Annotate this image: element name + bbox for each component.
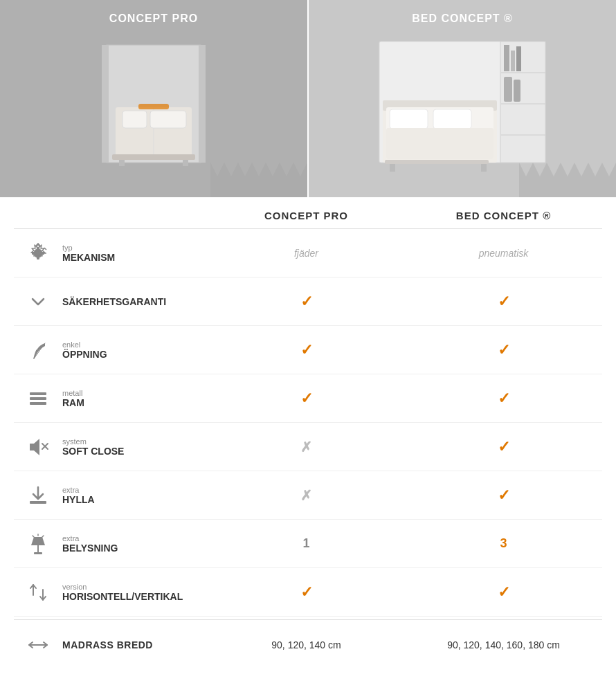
svg-rect-17 — [511, 51, 515, 71]
hero-right-label: BED CONCEPT ® — [412, 12, 513, 25]
text-cell-typ: TYP mekanism — [62, 244, 208, 263]
svg-rect-40 — [30, 392, 46, 395]
icon-cell-horisontell — [14, 580, 62, 605]
bed-concept-header: BED CONCEPT ® — [405, 210, 602, 221]
arrows-updown-icon — [26, 580, 51, 605]
text-cell-softclose: system SOFT CLOSE — [62, 437, 208, 457]
label-top-typ: TYP — [62, 244, 208, 252]
hero-right: BED CONCEPT ® — [307, 0, 616, 197]
val-left-enkel: ✓ — [208, 341, 405, 359]
row-sakerhets: Säkerhetsgaranti ✓ ✓ — [14, 277, 602, 326]
download-icon — [26, 483, 51, 508]
svg-rect-19 — [504, 77, 512, 102]
icon-cell-enkel — [14, 338, 62, 363]
svg-rect-9 — [112, 154, 195, 160]
svg-rect-48 — [34, 552, 42, 554]
column-headers: CONCEPT PRO BED CONCEPT ® — [14, 197, 602, 229]
madrass-val-left: 90, 120, 140 cm — [208, 639, 405, 650]
icon-cell-sakerhets — [14, 289, 62, 314]
label-top-horisontell: version — [62, 583, 208, 591]
svg-rect-42 — [30, 402, 46, 405]
label-top-ram: metall — [62, 389, 208, 397]
gear-icon — [26, 241, 51, 266]
svg-rect-47 — [37, 545, 39, 552]
svg-rect-36 — [37, 247, 39, 251]
row-ram: metall RAM ✓ ✓ — [14, 374, 602, 423]
svg-rect-41 — [30, 397, 46, 400]
icon-cell-belysning — [14, 531, 62, 556]
svg-rect-2 — [199, 45, 206, 163]
svg-point-35 — [37, 251, 40, 255]
row-hylla: extra Hylla ✗ ✓ — [14, 471, 602, 520]
hero-left-label: CONCEPT PRO — [109, 12, 198, 25]
zigzag-right — [519, 163, 616, 197]
svg-rect-39 — [41, 252, 44, 255]
svg-rect-10 — [138, 104, 169, 109]
lamp-icon — [26, 531, 51, 556]
svg-rect-29 — [385, 160, 489, 164]
madrass-label: MADRASS BREDD — [62, 639, 208, 650]
val-left-belysning: 1 — [208, 536, 405, 551]
row-belysning: extra BELYSNING 1 3 — [14, 520, 602, 568]
svg-rect-26 — [386, 128, 493, 159]
val-right-enkel: ✓ — [405, 341, 602, 359]
val-right-hylla: ✓ — [405, 486, 602, 504]
icon-cell-madrass — [14, 632, 62, 657]
label-main-horisontell: HORISONTELL/VERTIKAL — [62, 591, 208, 602]
concept-pro-header: CONCEPT PRO — [208, 210, 405, 221]
label-top-softclose: system — [62, 437, 208, 446]
label-top-belysning: extra — [62, 534, 208, 543]
text-cell-belysning: extra BELYSNING — [62, 534, 208, 554]
row-typ: TYP mekanism fjäder pneumatisk — [14, 229, 602, 277]
val-right-belysning: 3 — [405, 536, 602, 551]
zigzag-left — [210, 163, 307, 197]
val-left-softclose: ✗ — [208, 439, 405, 455]
comparison-table: CONCEPT PRO BED CONCEPT ® — [0, 197, 616, 670]
icon-cell-softclose — [14, 435, 62, 459]
icon-cell-hylla — [14, 483, 62, 508]
chevron-down-icon — [26, 289, 51, 314]
label-main-belysning: BELYSNING — [62, 543, 208, 554]
speaker-x-icon — [26, 435, 51, 459]
svg-line-50 — [33, 536, 34, 537]
hero-section: CONCEPT PRO B — [0, 0, 616, 197]
svg-rect-18 — [516, 46, 521, 71]
val-right-softclose: ✓ — [405, 438, 602, 456]
svg-rect-25 — [433, 109, 471, 129]
svg-rect-38 — [32, 252, 35, 255]
label-main-softclose: SOFT CLOSE — [62, 446, 208, 457]
feather-icon — [26, 338, 51, 363]
row-softclose: system SOFT CLOSE ✗ ✓ — [14, 423, 602, 471]
svg-rect-16 — [504, 45, 509, 71]
val-left-horisontell: ✓ — [208, 583, 405, 601]
val-right-sakerhets: ✓ — [405, 293, 602, 311]
label-main-enkel: öppning — [62, 349, 208, 360]
text-cell-horisontell: version HORISONTELL/VERTIKAL — [62, 583, 208, 602]
val-left-typ: fjäder — [208, 248, 405, 259]
label-main-ram: RAM — [62, 397, 208, 408]
icon-cell-typ — [14, 241, 62, 266]
label-top-enkel: ENKEL — [62, 340, 208, 349]
icon-cell-ram — [14, 386, 62, 411]
val-left-ram: ✓ — [208, 390, 405, 408]
svg-rect-37 — [37, 256, 39, 260]
svg-rect-24 — [390, 109, 428, 129]
svg-rect-20 — [514, 80, 520, 102]
text-cell-hylla: extra Hylla — [62, 486, 208, 505]
text-cell-ram: metall RAM — [62, 389, 208, 408]
svg-rect-8 — [150, 111, 186, 128]
label-main-typ: mekanism — [62, 252, 208, 263]
val-right-ram: ✓ — [405, 390, 602, 408]
label-top-hylla: extra — [62, 486, 208, 494]
text-cell-enkel: ENKEL öppning — [62, 340, 208, 360]
hero-left: CONCEPT PRO — [0, 0, 307, 197]
row-enkel: ENKEL öppning ✓ ✓ — [14, 326, 602, 374]
val-right-horisontell: ✓ — [405, 583, 602, 601]
bed-concept-illustration — [365, 38, 559, 183]
arrows-lr-icon — [26, 632, 51, 657]
label-main-sakerhets: Säkerhetsgaranti — [62, 296, 208, 307]
val-left-sakerhets: ✓ — [208, 293, 405, 311]
concept-pro-illustration — [64, 38, 244, 176]
svg-rect-1 — [102, 45, 109, 163]
label-main-hylla: Hylla — [62, 494, 208, 505]
